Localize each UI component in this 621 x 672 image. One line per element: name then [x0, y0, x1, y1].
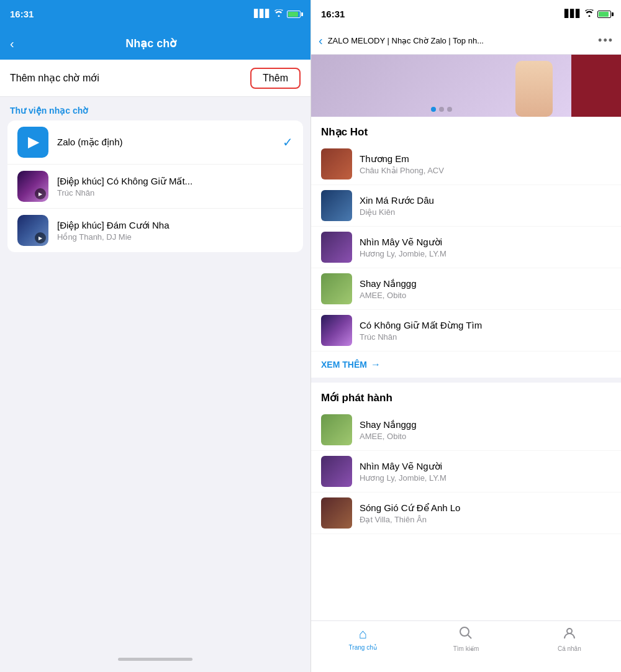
song-title-s5: Có Không Giữ Mất Đừng Tìm [360, 320, 611, 331]
signal-icon-right: ▋▋▋ [564, 9, 581, 18]
song-artist-s6: AMEE, Obito [360, 432, 611, 441]
banner-dots [431, 107, 452, 112]
song-artist-s7: Hương Ly, Jombie, LY.M [360, 473, 611, 483]
list-item[interactable]: Nhìn Mây Vẽ Người Hương Ly, Jombie, LY.M [311, 451, 621, 493]
dot-3 [447, 107, 452, 112]
song-artist-s1: Châu Khải Phong, ACV [360, 166, 611, 175]
banner-person-image [515, 61, 553, 117]
list-item[interactable]: Xin Má Rước Dâu Diệu Kiên [311, 185, 621, 227]
back-button-right[interactable]: ‹ [319, 34, 323, 48]
them-button-wrapper[interactable]: Thêm [250, 68, 301, 89]
item-title-song2: [Điệp khúc] Đám Cưới Nha [57, 220, 293, 231]
song-artist-s3: Hương Ly, Jombie, LY.M [360, 249, 611, 258]
status-bar-right: 16:31 ▋▋▋ [311, 0, 621, 27]
nav-item-profile[interactable]: Cá nhân [518, 626, 621, 652]
song-title-s4: Shay Nắnggg [360, 278, 611, 289]
signal-icon: ▋▋▋ [254, 9, 271, 18]
song-thumb-s3 [321, 232, 352, 263]
song-info-s2: Xin Má Rước Dâu Diệu Kiên [360, 195, 611, 217]
song-info-s3: Nhìn Mây Vẽ Người Hương Ly, Jombie, LY.M [360, 237, 611, 258]
list-item[interactable]: Có Không Giữ Mất Đừng Tìm Trúc Nhân [311, 310, 621, 352]
right-panel: 16:31 ▋▋▋ ‹ ZALO MELODY | Nhạc Chờ Zalo … [310, 0, 621, 672]
section-title-moi-phat-hanh: Mới phát hành [311, 383, 621, 409]
song-thumb-s2 [321, 190, 352, 221]
header-left: ‹ Nhạc chờ [0, 27, 310, 60]
song-thumb-s8 [321, 497, 352, 529]
song-thumb-s6 [321, 414, 352, 445]
selected-checkmark: ✓ [283, 135, 293, 150]
xem-them-label: XEM THÊM [321, 360, 367, 370]
song-info-s8: Sóng Gió Cứ Để Anh Lo Đạt Villa, Thiên Â… [360, 502, 611, 524]
status-icons-left: ▋▋▋ [254, 9, 301, 19]
song-info-s7: Nhìn Mây Vẽ Người Hương Ly, Jombie, LY.M [360, 461, 611, 483]
dot-1 [431, 107, 436, 112]
add-row-label: Thêm nhạc chờ mới [10, 72, 99, 84]
profile-nav-label: Cá nhân [558, 645, 581, 652]
banner-side [571, 55, 621, 117]
song-title-s8: Sóng Gió Cứ Để Anh Lo [360, 502, 611, 514]
item-info-song2: [Điệp khúc] Đám Cưới Nha Hồng Thanh, DJ … [57, 220, 293, 242]
more-options-button[interactable]: ••• [598, 34, 614, 47]
item-title-zalo: Zalo (mặc định) [57, 137, 283, 148]
song-info-s1: Thương Em Châu Khải Phong, ACV [360, 153, 611, 175]
bottom-nav: ⌂ Trang chủ Tìm kiếm Cá nhân [311, 620, 621, 672]
library-section-header: Thư viện nhạc chờ [0, 97, 310, 120]
header-right: ‹ ZALO MELODY | Nhạc Chờ Zalo | Top nh..… [311, 27, 621, 55]
library-list: ▶ Zalo (mặc định) ✓ ▶ [Điệp khúc] Có Khô… [7, 120, 303, 252]
list-item[interactable]: Nhìn Mây Vẽ Người Hương Ly, Jombie, LY.M [311, 227, 621, 268]
profile-nav-icon [563, 626, 576, 643]
home-nav-label: Trang chủ [349, 644, 377, 651]
home-bar-left [118, 658, 193, 661]
back-button-left[interactable]: ‹ [10, 37, 14, 51]
song-info-s4: Shay Nắnggg AMEE, Obito [360, 278, 611, 300]
battery-icon-right [597, 9, 611, 18]
list-item[interactable]: Sóng Gió Cứ Để Anh Lo Đạt Villa, Thiên Â… [311, 493, 621, 534]
song-thumb-s4 [321, 273, 352, 304]
item-info-song1: [Điệp khúc] Có Không Giữ Mất... Trúc Nhâ… [57, 176, 293, 198]
list-item[interactable]: ▶ Zalo (mặc định) ✓ [7, 120, 303, 165]
home-indicator-left [0, 651, 310, 672]
banner-main[interactable] [311, 55, 571, 117]
them-button[interactable]: Thêm [263, 73, 288, 84]
home-nav-icon: ⌂ [359, 626, 367, 642]
list-item[interactable]: Shay Nắnggg AMEE, Obito [311, 409, 621, 451]
song2-thumb: ▶ [17, 215, 48, 246]
song-info-s6: Shay Nắnggg AMEE, Obito [360, 419, 611, 441]
play-overlay-icon2: ▶ [35, 232, 46, 243]
wifi-icon [274, 9, 284, 19]
song-title-s2: Xin Má Rước Dâu [360, 195, 611, 206]
xem-them-arrow-icon: → [371, 359, 381, 370]
svg-point-0 [460, 627, 469, 636]
song-title-s3: Nhìn Mây Vẽ Người [360, 237, 611, 248]
svg-line-1 [468, 635, 472, 639]
svg-point-2 [567, 629, 572, 633]
list-item[interactable]: ▶ [Điệp khúc] Có Không Giữ Mất... Trúc N… [7, 165, 303, 209]
item-artist-song2: Hồng Thanh, DJ Mie [57, 232, 293, 242]
item-info-zalo: Zalo (mặc định) [57, 137, 283, 148]
zalo-thumb: ▶ [17, 127, 48, 158]
page-title-right: ZALO MELODY | Nhạc Chờ Zalo | Top nh... [328, 36, 598, 45]
song1-thumb: ▶ [17, 171, 48, 202]
song-artist-s5: Trúc Nhân [360, 332, 611, 342]
song-info-s5: Có Không Giữ Mất Đừng Tìm Trúc Nhân [360, 320, 611, 342]
song-thumb-s5 [321, 315, 352, 346]
xem-them-row[interactable]: XEM THÊM → [311, 352, 621, 378]
song-artist-s8: Đạt Villa, Thiên Ân [360, 515, 611, 524]
play-overlay-icon: ▶ [35, 188, 46, 199]
section-divider [311, 378, 621, 383]
status-bar-left: 16:31 ▋▋▋ [0, 0, 310, 27]
item-title-song1: [Điệp khúc] Có Không Giữ Mất... [57, 176, 293, 187]
banner-area [311, 55, 621, 117]
nav-item-search[interactable]: Tìm kiếm [414, 626, 517, 652]
list-item[interactable]: Shay Nắnggg AMEE, Obito [311, 268, 621, 310]
nav-item-home[interactable]: ⌂ Trang chủ [311, 626, 414, 651]
battery-icon-left [287, 9, 301, 18]
list-item[interactable]: Thương Em Châu Khải Phong, ACV [311, 143, 621, 185]
time-left: 16:31 [10, 9, 34, 19]
dot-2 [439, 107, 444, 112]
song-title-s1: Thương Em [360, 153, 611, 165]
time-right: 16:31 [321, 9, 345, 19]
search-nav-icon [459, 626, 473, 643]
list-item[interactable]: ▶ [Điệp khúc] Đám Cưới Nha Hồng Thanh, D… [7, 209, 303, 252]
left-panel: 16:31 ▋▋▋ ‹ Nhạc chờ Thêm nhạc chờ mới T… [0, 0, 310, 672]
